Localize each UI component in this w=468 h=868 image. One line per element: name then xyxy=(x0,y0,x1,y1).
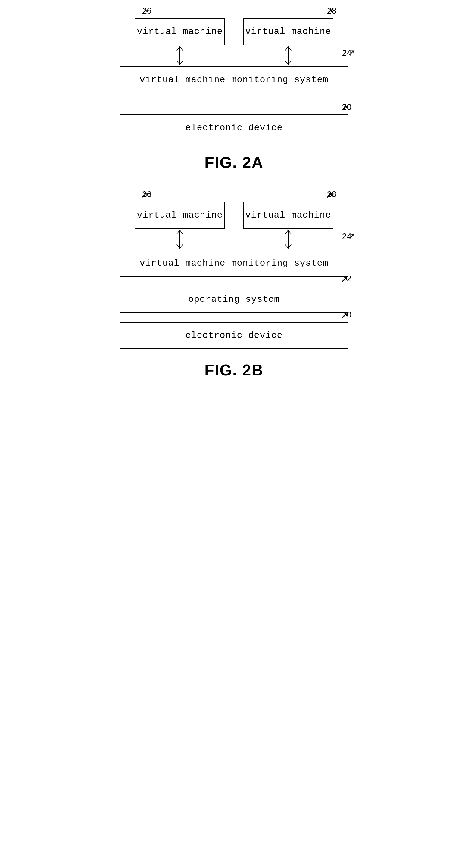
vm1-box-2a: virtual machine xyxy=(135,18,225,45)
arrow2-container-2a: 24 ↗ xyxy=(243,45,333,66)
hook-20-2a: ↗ xyxy=(341,103,348,113)
fig2b-caption: FIG. 2B xyxy=(204,361,264,379)
vm-row-2b: 26 ↗ virtual machine 28 ↗ virtual machin… xyxy=(68,202,400,229)
fig2a-caption: FIG. 2A xyxy=(204,153,264,172)
electronic-label-2b: electronic device xyxy=(185,330,283,341)
arrow2-container-2b: 24 ↗ xyxy=(243,229,333,250)
hook-28-2a: ↗ xyxy=(326,7,333,17)
arrow1-svg-2a xyxy=(171,45,189,66)
monitoring-label-2b: virtual machine monitoring system xyxy=(140,258,328,268)
vm26-container-2a: 26 ↗ virtual machine xyxy=(135,18,225,45)
vm28-container-2b: 28 ↗ virtual machine xyxy=(243,202,333,229)
monitoring-box-2a: virtual machine monitoring system xyxy=(120,66,348,93)
monitoring-label-2a: virtual machine monitoring system xyxy=(140,74,328,85)
monitoring-container-2b: virtual machine monitoring system xyxy=(120,250,348,277)
diagram-2a: 26 ↗ virtual machine 28 ↗ virtual xyxy=(68,18,400,142)
monitoring-container-2a: virtual machine monitoring system xyxy=(120,66,348,93)
hook-26-2b: ↗ xyxy=(141,190,148,200)
diagram-2b: 26 ↗ virtual machine 28 ↗ virtual machin… xyxy=(68,202,400,349)
page: 26 ↗ virtual machine 28 ↗ virtual xyxy=(0,0,468,868)
electronic-label-2a: electronic device xyxy=(185,123,283,133)
arrows-row-2a: 24 ↗ xyxy=(68,45,400,66)
electronic-container-2b: 20 ↗ electronic device xyxy=(120,322,348,349)
monitoring-box-2b: virtual machine monitoring system xyxy=(120,250,348,277)
vm1-box-2b: virtual machine xyxy=(135,202,225,229)
vm2-box-2a: virtual machine xyxy=(243,18,333,45)
electronic-box-2a: electronic device xyxy=(120,114,348,142)
vm2-label-2a: virtual machine xyxy=(245,27,331,37)
electronic-box-2b: electronic device xyxy=(120,322,348,349)
hook-26-2a: ↗ xyxy=(141,7,148,17)
vm2-box-2b: virtual machine xyxy=(243,202,333,229)
hook-24-2b: ↗ xyxy=(348,231,355,241)
vm-row-2a: 26 ↗ virtual machine 28 ↗ virtual xyxy=(68,18,400,45)
vm2-label-2b: virtual machine xyxy=(245,210,331,220)
arrow1-container-2b xyxy=(135,229,225,250)
arrows-row-2b: 24 ↗ xyxy=(68,229,400,250)
hook-20-2b: ↗ xyxy=(341,310,348,320)
hook-28-2b: ↗ xyxy=(326,190,333,200)
vm1-label-2a: virtual machine xyxy=(137,27,223,37)
hook-22-2b: ↗ xyxy=(341,274,348,284)
os-box-2b: operating system xyxy=(120,286,348,313)
hook-24-2a: ↗ xyxy=(348,48,355,58)
os-container-2b: 22 ↗ operating system xyxy=(120,286,348,313)
arrow1-container-2a xyxy=(135,45,225,66)
os-label-2b: operating system xyxy=(188,294,280,305)
figure-2a: 26 ↗ virtual machine 28 ↗ virtual xyxy=(68,18,400,172)
figure-2b: 26 ↗ virtual machine 28 ↗ virtual machin… xyxy=(68,202,400,379)
electronic-container-2a: 20 ↗ electronic device xyxy=(120,114,348,142)
arrow2-svg-2b xyxy=(279,229,297,250)
vm1-label-2b: virtual machine xyxy=(137,210,223,220)
vm28-container-2a: 28 ↗ virtual machine xyxy=(243,18,333,45)
vm26-container-2b: 26 ↗ virtual machine xyxy=(135,202,225,229)
arrow2-svg-2a xyxy=(279,45,297,66)
arrow1-svg-2b xyxy=(171,229,189,250)
